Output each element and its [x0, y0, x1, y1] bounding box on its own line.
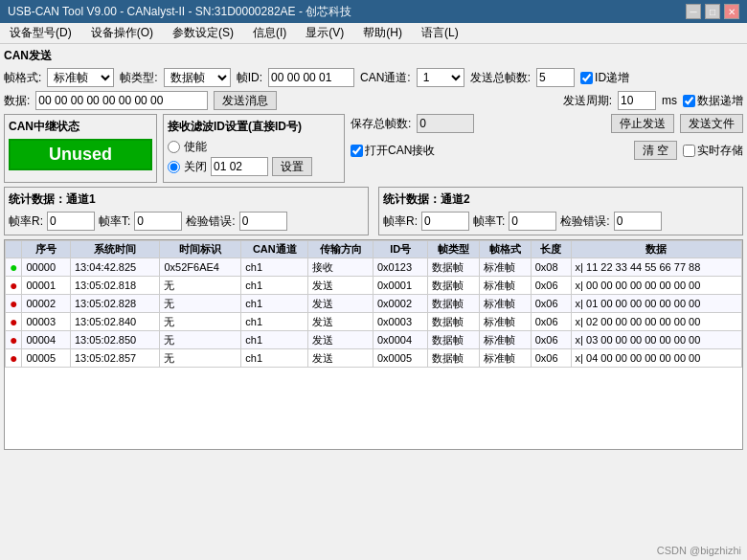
row-dot: ●	[6, 349, 22, 368]
row-channel: ch1	[241, 349, 308, 368]
filter-value-input[interactable]	[211, 157, 268, 176]
watermark: CSDN @bigzhizhi	[657, 545, 741, 556]
row-id: 0x0001	[373, 277, 428, 295]
menu-param-set[interactable]: 参数设定(S)	[167, 24, 239, 42]
stats-ch1-checkErr-input[interactable]	[239, 212, 287, 231]
right-top-area: 保存总帧数: 停止发送 发送文件 打开CAN接收 清 空 实时存储	[351, 114, 743, 183]
row-seq: 00000	[22, 258, 71, 277]
clear-btn[interactable]: 清 空	[634, 141, 677, 160]
data-input[interactable]	[35, 91, 208, 110]
row-direction: 发送	[308, 277, 374, 295]
save-total-row: 保存总帧数: 停止发送 发送文件	[351, 114, 743, 133]
stats-ch2-rateR-input[interactable]	[421, 212, 469, 231]
row-timeId: 无	[160, 295, 241, 313]
table-row[interactable]: ● 00002 13:05:02.828 无 ch1 发送 0x0002 数据帧…	[6, 295, 742, 313]
filter-set-btn[interactable]: 设置	[272, 157, 312, 176]
stats-ch2-checkErr-input[interactable]	[614, 212, 662, 231]
id-incr-checkbox-label[interactable]: ID递增	[580, 70, 629, 86]
row-frameFormat: 标准帧	[480, 349, 532, 368]
send-row2: 数据: 发送消息 发送周期: ms 数据递增	[4, 91, 743, 110]
row-id: 0x0002	[373, 295, 428, 313]
stats-ch2-checkErr-label: 检验错误:	[560, 213, 609, 230]
menu-help[interactable]: 帮助(H)	[357, 24, 408, 42]
th-channel: CAN通道	[241, 241, 308, 258]
window-title: USB-CAN Tool V9.00 - CANalyst-II - SN:31…	[8, 4, 351, 20]
row-frameType: 数据帧	[428, 258, 480, 277]
row-data: x| 01 00 00 00 00 00 00 00	[571, 295, 741, 313]
send-file-btn[interactable]: 发送文件	[680, 114, 743, 133]
open-can-recv-label[interactable]: 打开CAN接收	[351, 143, 435, 159]
row-direction: 发送	[308, 331, 374, 349]
channel-select[interactable]: 1	[417, 68, 464, 87]
row-direction: 接收	[308, 258, 374, 277]
row-timeId: 0x52F6AE4	[160, 258, 241, 277]
menu-display[interactable]: 显示(V)	[300, 24, 350, 42]
menu-device-type[interactable]: 设备型号(D)	[4, 24, 78, 42]
frame-id-input[interactable]	[268, 68, 354, 87]
close-radio[interactable]	[168, 161, 180, 173]
save-total-input[interactable]	[417, 114, 474, 133]
row-frameType: 数据帧	[428, 295, 480, 313]
row-sysTime: 13:04:42.825	[71, 258, 160, 277]
row-channel: ch1	[241, 277, 308, 295]
table-row[interactable]: ● 00004 13:05:02.850 无 ch1 发送 0x0004 数据帧…	[6, 331, 742, 349]
row-len: 0x06	[531, 349, 571, 368]
row-data: x| 00 00 00 00 00 00 00 00	[571, 277, 741, 295]
table-row[interactable]: ● 00000 13:04:42.825 0x52F6AE4 ch1 接收 0x…	[6, 258, 742, 277]
stats-ch2-rateT-input[interactable]	[509, 212, 556, 231]
row-dot: ●	[6, 313, 22, 331]
row-direction: 发送	[308, 313, 374, 331]
open-can-recv-checkbox[interactable]	[351, 145, 363, 157]
filter-title: 接收滤波ID设置(直接ID号)	[168, 119, 340, 135]
stats-ch1-rateR-label: 帧率R:	[9, 213, 43, 230]
row-sysTime: 13:05:02.840	[71, 313, 160, 331]
row-sysTime: 13:05:02.818	[71, 277, 160, 295]
stats-ch1-rateT-input[interactable]	[134, 212, 182, 231]
send-row1: 帧格式: 标准帧 帧类型: 数据帧 帧ID: CAN通道: 1 发送总帧数: I…	[4, 68, 743, 87]
row-id: 0x0123	[373, 258, 428, 277]
table-row[interactable]: ● 00001 13:05:02.818 无 ch1 发送 0x0001 数据帧…	[6, 277, 742, 295]
th-dot	[6, 241, 22, 258]
row-timeId: 无	[160, 331, 241, 349]
save-total-label: 保存总帧数:	[351, 116, 411, 132]
row-seq: 00005	[22, 349, 71, 368]
stats-ch1-rateR-input[interactable]	[47, 212, 95, 231]
th-timeId: 时间标识	[160, 241, 241, 258]
data-incr-checkbox[interactable]	[683, 95, 695, 107]
row-frameType: 数据帧	[428, 277, 480, 295]
data-incr-checkbox-label[interactable]: 数据递增	[683, 93, 743, 109]
realtime-save-checkbox[interactable]	[683, 145, 695, 157]
stop-send-btn[interactable]: 停止发送	[611, 114, 674, 133]
total-count-input[interactable]	[536, 68, 575, 87]
row-timeId: 无	[160, 313, 241, 331]
stats-ch1-rateT-label: 帧率T:	[99, 213, 130, 230]
channel-label: CAN通道:	[360, 70, 411, 86]
frame-format-select[interactable]: 标准帧	[47, 68, 114, 87]
realtime-save-label[interactable]: 实时存储	[683, 143, 743, 159]
minimize-button[interactable]: ─	[686, 4, 701, 19]
send-btn[interactable]: 发送消息	[214, 91, 277, 110]
table-row[interactable]: ● 00005 13:05:02.857 无 ch1 发送 0x0005 数据帧…	[6, 349, 742, 368]
row-seq: 00004	[22, 331, 71, 349]
stats-ch2-rateT-label: 帧率T:	[473, 213, 505, 230]
enable-radio[interactable]	[168, 141, 180, 153]
th-direction: 传输方向	[308, 241, 374, 258]
stats-channel1-panel: 统计数据：通道1 帧率R: 帧率T: 检验错误:	[4, 187, 369, 235]
row-frameType: 数据帧	[428, 349, 480, 368]
id-incr-checkbox[interactable]	[580, 72, 593, 84]
mid-section: CAN中继状态 Unused 接收滤波ID设置(直接ID号) 使能 关闭 设置 …	[4, 114, 743, 183]
menu-language[interactable]: 语言(L)	[416, 24, 464, 42]
menu-info[interactable]: 信息(I)	[247, 24, 292, 42]
row-dot: ●	[6, 258, 22, 277]
can-middle-panel: CAN中继状态 Unused	[4, 114, 157, 183]
maximize-button[interactable]: □	[705, 4, 720, 19]
row-data: x| 02 00 00 00 00 00 00 00	[571, 313, 741, 331]
table-row[interactable]: ● 00003 13:05:02.840 无 ch1 发送 0x0003 数据帧…	[6, 313, 742, 331]
menu-device-op[interactable]: 设备操作(O)	[85, 24, 159, 42]
close-button[interactable]: ✕	[724, 4, 739, 19]
frame-type-select[interactable]: 数据帧	[164, 68, 231, 87]
close-label: 关闭	[184, 159, 207, 175]
enable-label: 使能	[184, 139, 207, 155]
period-input[interactable]	[618, 91, 656, 110]
row-sysTime: 13:05:02.857	[71, 349, 160, 368]
